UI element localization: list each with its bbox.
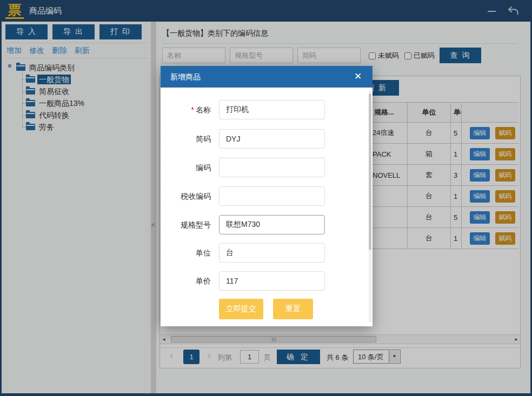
price-label: 单价: [161, 271, 211, 291]
field-name: *名称: [161, 100, 373, 119]
field-shortcode: 简码: [161, 129, 373, 149]
modal-scrollbar-thumb[interactable]: [369, 93, 371, 250]
shortcode-input[interactable]: [219, 129, 325, 149]
required-icon: *: [191, 105, 194, 114]
name-input[interactable]: [219, 100, 325, 119]
field-spec: 规格型号: [161, 215, 373, 234]
price-input[interactable]: [219, 271, 325, 291]
modal-scrollbar[interactable]: [369, 90, 371, 323]
code-label: 编码: [161, 158, 211, 177]
tax-code-input[interactable]: [219, 186, 325, 206]
reset-button[interactable]: 重置: [273, 299, 313, 319]
modal-title: 新增商品: [170, 66, 201, 88]
field-price: 单价: [161, 271, 373, 291]
modal-actions: 立即提交 重置: [161, 299, 373, 319]
modal-header: 新增商品 ✕: [161, 66, 373, 88]
spec-input[interactable]: [219, 215, 325, 234]
close-icon[interactable]: ✕: [352, 71, 364, 83]
field-tax-code: 税收编码: [161, 186, 373, 206]
spec-label: 规格型号: [161, 215, 211, 234]
field-unit: 单位: [161, 243, 373, 263]
tax-code-label: 税收编码: [161, 186, 211, 206]
app-window: 票 商品编码 导 入 导 出 打 印 增加 修改 删除 刷新: [0, 0, 532, 396]
name-label: 名称: [196, 105, 211, 114]
submit-button[interactable]: 立即提交: [219, 299, 263, 319]
field-code: 编码: [161, 158, 373, 177]
add-product-modal: 新增商品 ✕ *名称 简码 编码 税收编码 规格型号 单位 单价: [161, 66, 373, 326]
unit-input[interactable]: [219, 243, 325, 263]
unit-label: 单位: [161, 243, 211, 263]
shortcode-label: 简码: [161, 129, 211, 149]
code-input[interactable]: [219, 158, 325, 177]
